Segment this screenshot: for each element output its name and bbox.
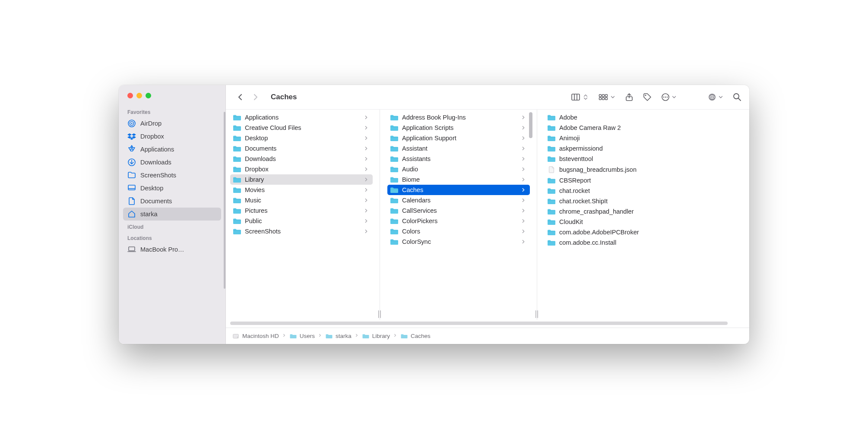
applications-icon [127, 145, 136, 154]
list-item[interactable]: com.adobe.AdobeIPCBroker [545, 227, 746, 237]
sidebar-item-applications[interactable]: Applications [123, 143, 221, 156]
list-item[interactable]: Pictures [230, 205, 373, 216]
sidebar-item-label: Applications [140, 146, 174, 153]
sidebar-section-title: iCloud [119, 221, 225, 232]
folder-icon [390, 218, 399, 224]
minimize-window-button[interactable] [136, 93, 142, 98]
sidebar-item-airdrop[interactable]: AirDrop [123, 117, 221, 130]
folder-icon [233, 197, 241, 204]
folder-icon [547, 114, 556, 121]
list-item[interactable]: Caches [387, 185, 530, 195]
folder-icon [233, 145, 241, 152]
list-item[interactable]: Animoji [545, 133, 746, 143]
chevron-right-icon [363, 125, 369, 131]
path-segment[interactable]: Library [362, 333, 390, 339]
window-controls [119, 85, 225, 106]
folder-icon [390, 124, 399, 131]
folder-icon [547, 124, 556, 131]
list-item[interactable]: CBSReport [545, 175, 746, 186]
list-item[interactable]: Colors [387, 226, 530, 237]
list-item[interactable]: Address Book Plug-Ins [387, 112, 530, 123]
list-item[interactable]: CallServices [387, 205, 530, 216]
list-item[interactable]: Application Support [387, 133, 530, 143]
list-item[interactable]: Movies [230, 185, 373, 195]
list-item-label: Adobe [559, 114, 742, 121]
chevron-right-icon [520, 208, 526, 214]
list-item[interactable]: Assistants [387, 154, 530, 164]
folder-icon [233, 218, 241, 224]
list-item[interactable]: Library [230, 174, 373, 185]
list-item[interactable]: Dropbox [230, 164, 373, 174]
sidebar-item-label: Documents [140, 198, 172, 205]
folder-icon [233, 155, 241, 162]
list-item[interactable]: Public [230, 216, 373, 226]
sidebar-item-downloads[interactable]: Downloads [123, 156, 221, 169]
sidebar-item-starka[interactable]: starka [123, 208, 221, 221]
column-scroll-indicator[interactable] [529, 112, 532, 138]
chevron-right-icon [363, 177, 369, 183]
list-item[interactable]: Creative Cloud Files [230, 123, 373, 133]
list-item[interactable]: chat.rocket.ShipIt [545, 196, 746, 206]
list-item[interactable]: Applications [230, 112, 373, 123]
list-item[interactable]: askpermissiond [545, 143, 746, 154]
list-item[interactable]: Downloads [230, 154, 373, 164]
list-item[interactable]: CloudKit [545, 217, 746, 227]
list-item[interactable]: Adobe [545, 112, 746, 123]
chevron-right-icon [363, 187, 369, 193]
list-item[interactable]: chrome_crashpad_handler [545, 206, 746, 217]
sidebar-item-dropbox[interactable]: Dropbox [123, 130, 221, 143]
list-item[interactable]: Documents [230, 143, 373, 154]
list-item[interactable]: Audio [387, 164, 530, 174]
list-item-label: ScreenShots [245, 228, 360, 235]
actions-button[interactable] [661, 91, 677, 104]
list-item[interactable]: chat.rocket [545, 186, 746, 196]
search-button[interactable] [733, 91, 741, 104]
dropbox-icon [127, 132, 136, 141]
list-item[interactable]: ScreenShots [230, 226, 373, 237]
close-window-button[interactable] [127, 93, 133, 98]
sidebar-scroll-indicator[interactable] [224, 112, 225, 289]
path-segment-label: Caches [411, 333, 431, 339]
list-item-label: CBSReport [559, 177, 742, 184]
column-resize-handle[interactable] [533, 110, 540, 320]
path-segment[interactable]: Caches [400, 333, 431, 339]
back-button[interactable] [234, 91, 247, 104]
list-item[interactable]: Application Scripts [387, 123, 530, 133]
list-item-label: Application Scripts [402, 124, 517, 131]
horizontal-scrollbar[interactable] [230, 320, 745, 327]
list-item-label: com.adobe.AdobeIPCBroker [559, 229, 742, 236]
list-item[interactable]: Biome [387, 174, 530, 185]
tags-button[interactable] [643, 91, 652, 104]
view-mode-button[interactable] [570, 91, 589, 104]
list-item-label: CallServices [402, 207, 517, 214]
column-3: AdobeAdobe Camera Raw 2Animojiaskpermiss… [540, 110, 749, 320]
preview-button[interactable] [708, 91, 723, 104]
sidebar-item-macbook-pro-[interactable]: MacBook Pro… [123, 243, 221, 256]
forward-button[interactable] [249, 91, 262, 104]
list-item[interactable]: Assistant [387, 143, 530, 154]
path-segment[interactable]: Users [289, 333, 315, 339]
list-item[interactable]: ColorPickers [387, 216, 530, 226]
chevron-right-icon [520, 239, 526, 245]
list-item-label: Biome [402, 176, 517, 183]
chevron-right-icon [520, 228, 526, 234]
path-bar: Macintosh HDUsersstarkaLibraryCaches [226, 328, 749, 344]
list-item[interactable]: ColorSync [387, 237, 530, 247]
path-segment[interactable]: starka [325, 333, 352, 339]
group-by-button[interactable] [598, 91, 615, 104]
sidebar-item-screenshots[interactable]: ScreenShots [123, 169, 221, 182]
list-item[interactable]: bugsnag_breadcrumbs.json [545, 164, 746, 175]
list-item[interactable]: Calendars [387, 195, 530, 205]
share-button[interactable] [625, 91, 634, 104]
path-segment[interactable]: Macintosh HD [232, 333, 279, 339]
list-item[interactable]: Desktop [230, 133, 373, 143]
list-item[interactable]: com.adobe.cc.Install [545, 237, 746, 248]
list-item-label: Assistant [402, 145, 517, 152]
list-item[interactable]: Adobe Camera Raw 2 [545, 123, 746, 133]
list-item[interactable]: Music [230, 195, 373, 205]
list-item[interactable]: bsteventtool [545, 154, 746, 164]
zoom-window-button[interactable] [146, 93, 151, 98]
sidebar-item-documents[interactable]: Documents [123, 195, 221, 208]
sidebar-item-desktop[interactable]: Desktop [123, 182, 221, 195]
column-resize-handle[interactable] [376, 110, 383, 320]
